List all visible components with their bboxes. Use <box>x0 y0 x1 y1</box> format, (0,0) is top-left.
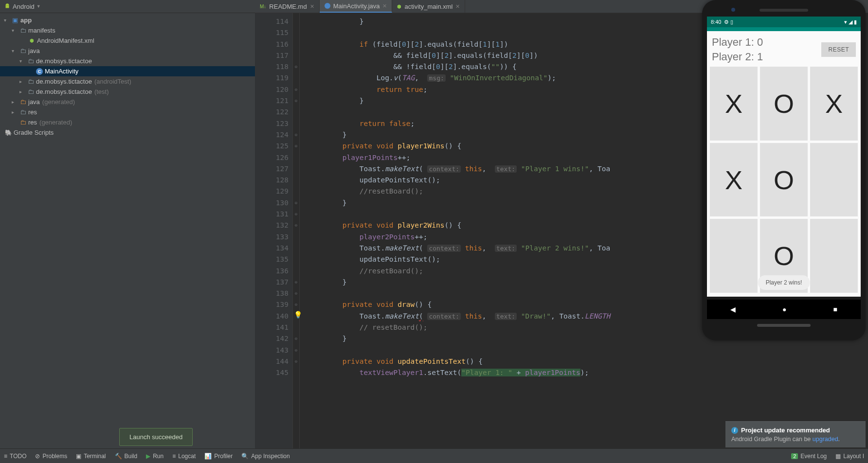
tool-todo[interactable]: ≡TODO <box>4 453 26 460</box>
phone-speaker <box>760 9 808 12</box>
tab-label: README.md <box>269 3 307 10</box>
android-navbar: ◀ ● ■ <box>707 300 861 319</box>
tree-res[interactable]: ▸🗀res <box>0 107 255 117</box>
folder-icon: 🗀 <box>18 47 27 54</box>
svg-rect-0 <box>6 5 9 8</box>
tab-readme[interactable]: M↓ README.md ✕ <box>255 0 320 13</box>
status-time: 8:40 <box>711 19 721 25</box>
tree-androidmanifest[interactable]: ⬢AndroidManifest.xml <box>0 36 255 46</box>
layout-icon: ▦ <box>835 453 841 460</box>
grid-cell-8[interactable] <box>810 219 858 293</box>
event-count-badge: 2 <box>791 453 798 459</box>
play-icon: ▶ <box>146 453 150 460</box>
notification-title: Project update recommended <box>741 427 830 434</box>
class-icon <box>325 3 330 9</box>
phone-camera <box>731 8 735 12</box>
grid-cell-6[interactable] <box>710 219 758 293</box>
app-content: Player 1: 0 Player 2: 1 RESET X O X X O … <box>707 31 861 297</box>
tool-event-log[interactable]: 2Event Log <box>791 453 827 460</box>
info-icon: i <box>731 427 738 434</box>
generated-folder-icon: 🗀 <box>18 98 27 106</box>
bottom-toolbar: ≡TODO ⊘Problems ▣Terminal 🔨Build ▶Run ≡L… <box>0 448 868 463</box>
warning-icon: ⊘ <box>35 453 40 460</box>
notification-body: Android Gradle Plugin can be upgraded. <box>731 436 860 443</box>
battery-icon: ▮ <box>854 19 857 25</box>
profiler-icon: 📊 <box>204 453 212 460</box>
score-labels: Player 1: 0 Player 2: 1 <box>712 35 763 64</box>
class-icon: C <box>36 68 43 75</box>
fold-gutter: ⊖⊖⊖⊖⊖⊖⊖⊖⊖⊖⊖⊖⊖⊖ <box>293 13 300 448</box>
generated-folder-icon: 🗀 <box>18 119 27 126</box>
emulator-screen[interactable]: 8:40 ⚙ ▯ ▾ ◢ ▮ Player 1: 0 Player 2: 1 R… <box>707 17 861 297</box>
nav-home-icon[interactable]: ● <box>782 305 786 313</box>
tool-run[interactable]: ▶Run <box>146 453 163 460</box>
project-view-selector[interactable]: Android ▼ <box>4 3 41 10</box>
close-icon[interactable]: ✕ <box>382 3 387 9</box>
tool-app-inspection[interactable]: 🔍App Inspection <box>241 453 289 460</box>
tool-problems[interactable]: ⊘Problems <box>35 453 67 460</box>
grid-cell-1[interactable]: O <box>760 67 808 141</box>
package-icon: 🗀 <box>26 88 35 95</box>
tree-java[interactable]: ▾🗀java <box>0 46 255 56</box>
project-panel: ▾▣app ▾🗀manifests ⬢AndroidManifest.xml ▾… <box>0 13 255 448</box>
tool-layout-inspector[interactable]: ▦Layout I <box>835 453 864 460</box>
grid-cell-4[interactable]: O <box>760 143 808 217</box>
intention-bulb-icon[interactable]: 💡 <box>294 311 302 319</box>
android-icon <box>4 3 11 10</box>
grid-cell-5[interactable] <box>810 143 858 217</box>
line-number-gutter: 1141151161171181191201211221231241251261… <box>255 13 293 448</box>
project-view-label: Android <box>13 3 35 10</box>
tree-gradle-scripts[interactable]: 🐘Gradle Scripts <box>0 127 255 138</box>
gear-icon: ⚙ <box>724 19 729 25</box>
wifi-icon: ▾ <box>844 19 847 25</box>
notification-balloon[interactable]: iProject update recommended Android Grad… <box>725 421 866 447</box>
module-icon: ▣ <box>11 17 19 24</box>
grid-cell-0[interactable]: X <box>710 67 758 141</box>
gradle-icon: 🐘 <box>4 129 13 136</box>
tree-package-test[interactable]: ▸🗀de.mobsys.tictactoe(test) <box>0 87 255 97</box>
reset-button[interactable]: RESET <box>821 42 856 57</box>
player1-score: Player 1: 0 <box>712 35 763 50</box>
tool-build[interactable]: 🔨Build <box>115 453 138 460</box>
tab-activity-main-xml[interactable]: ⬢ activity_main.xml ✕ <box>392 0 465 13</box>
terminal-icon: ▣ <box>76 453 81 460</box>
player2-score: Player 2: 1 <box>712 50 763 64</box>
folder-icon: 🗀 <box>18 27 27 34</box>
tree-manifests[interactable]: ▾🗀manifests <box>0 25 255 36</box>
tree-res-generated[interactable]: 🗀res(generated) <box>0 117 255 127</box>
tool-profiler[interactable]: 📊Profiler <box>204 453 233 460</box>
xml-file-icon: ⬢ <box>27 38 36 43</box>
launch-succeeded-tooltip: Launch succeeded <box>119 428 193 446</box>
tree-package-main[interactable]: ▾🗀de.mobsys.tictactoe <box>0 56 255 66</box>
stack-icon: ▯ <box>730 19 733 25</box>
tab-label: MainActivity.java <box>333 2 380 10</box>
nav-back-icon[interactable]: ◀ <box>730 305 736 313</box>
phone-home-indicator <box>757 324 811 327</box>
tool-terminal[interactable]: ▣Terminal <box>76 453 106 460</box>
upgrade-link[interactable]: upgraded <box>813 436 838 443</box>
tictactoe-grid: X O X X O O <box>709 67 859 293</box>
tree-package-androidtest[interactable]: ▸🗀de.mobsys.tictactoe(androidTest) <box>0 76 255 87</box>
folder-icon: 🗀 <box>18 108 27 116</box>
status-bar: 8:40 ⚙ ▯ ▾ ◢ ▮ <box>707 17 861 27</box>
close-icon[interactable]: ✕ <box>310 3 314 10</box>
tab-mainactivity[interactable]: MainActivity.java ✕ <box>320 0 393 13</box>
tree-app[interactable]: ▾▣app <box>0 15 255 25</box>
markdown-file-icon: M↓ <box>260 4 266 9</box>
nav-recents-icon[interactable]: ■ <box>833 305 837 313</box>
android-emulator: 8:40 ⚙ ▯ ▾ ◢ ▮ Player 1: 0 Player 2: 1 R… <box>702 0 866 340</box>
tool-logcat[interactable]: ≡Logcat <box>172 453 196 460</box>
grid-cell-3[interactable]: X <box>710 143 758 217</box>
package-icon: 🗀 <box>26 57 35 65</box>
grid-cell-2[interactable]: X <box>810 67 858 141</box>
tree-mainactivity[interactable]: CMainActivity <box>0 66 255 76</box>
xml-file-icon: ⬢ <box>397 4 401 9</box>
tab-label: activity_main.xml <box>404 3 452 10</box>
inspection-icon: 🔍 <box>241 453 249 460</box>
toast-message: Player 2 wins! <box>758 275 810 290</box>
hammer-icon: 🔨 <box>115 453 122 460</box>
app-bar <box>707 27 861 31</box>
close-icon[interactable]: ✕ <box>455 3 460 10</box>
signal-icon: ◢ <box>849 19 852 25</box>
tree-java-generated[interactable]: ▸🗀java(generated) <box>0 97 255 107</box>
